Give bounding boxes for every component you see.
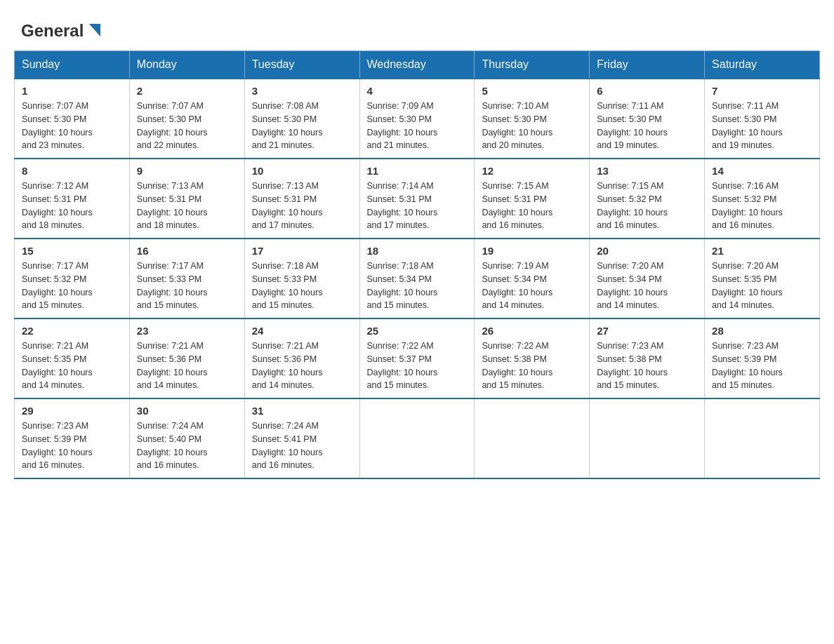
- day-info: Sunrise: 7:21 AM Sunset: 5:36 PM Dayligh…: [137, 340, 237, 392]
- day-info: Sunrise: 7:12 AM Sunset: 5:31 PM Dayligh…: [22, 180, 122, 232]
- calendar-cell: 29 Sunrise: 7:23 AM Sunset: 5:39 PM Dayl…: [15, 398, 130, 478]
- day-number: 23: [137, 325, 237, 337]
- calendar-cell: 11 Sunrise: 7:14 AM Sunset: 5:31 PM Dayl…: [359, 159, 475, 239]
- calendar-cell: 6 Sunrise: 7:11 AM Sunset: 5:30 PM Dayli…: [590, 79, 705, 159]
- day-number: 5: [482, 85, 582, 97]
- day-number: 22: [22, 325, 122, 337]
- day-info: Sunrise: 7:13 AM Sunset: 5:31 PM Dayligh…: [252, 180, 352, 232]
- calendar-week-5: 29 Sunrise: 7:23 AM Sunset: 5:39 PM Dayl…: [15, 398, 820, 478]
- calendar-week-2: 8 Sunrise: 7:12 AM Sunset: 5:31 PM Dayli…: [15, 159, 820, 239]
- calendar-cell: 1 Sunrise: 7:07 AM Sunset: 5:30 PM Dayli…: [15, 79, 130, 159]
- weekday-header-tuesday: Tuesday: [244, 51, 359, 79]
- day-number: 8: [22, 165, 122, 177]
- day-info: Sunrise: 7:23 AM Sunset: 5:38 PM Dayligh…: [597, 340, 697, 392]
- calendar-table: SundayMondayTuesdayWednesdayThursdayFrid…: [14, 51, 820, 479]
- calendar-cell: 5 Sunrise: 7:10 AM Sunset: 5:30 PM Dayli…: [475, 79, 590, 159]
- day-info: Sunrise: 7:23 AM Sunset: 5:39 PM Dayligh…: [22, 420, 122, 472]
- day-number: 12: [482, 165, 582, 177]
- day-info: Sunrise: 7:15 AM Sunset: 5:32 PM Dayligh…: [597, 180, 697, 232]
- svg-marker-0: [89, 24, 100, 36]
- day-info: Sunrise: 7:22 AM Sunset: 5:38 PM Dayligh…: [482, 340, 582, 392]
- day-info: Sunrise: 7:20 AM Sunset: 5:35 PM Dayligh…: [712, 260, 812, 312]
- day-number: 3: [252, 85, 352, 97]
- day-number: 25: [367, 325, 468, 337]
- calendar-cell: 30 Sunrise: 7:24 AM Sunset: 5:40 PM Dayl…: [129, 398, 244, 478]
- calendar-cell: 18 Sunrise: 7:18 AM Sunset: 5:34 PM Dayl…: [359, 239, 475, 318]
- calendar-cell: [475, 398, 590, 478]
- day-info: Sunrise: 7:13 AM Sunset: 5:31 PM Dayligh…: [137, 180, 237, 232]
- calendar-cell: 2 Sunrise: 7:07 AM Sunset: 5:30 PM Dayli…: [129, 79, 244, 159]
- calendar-cell: 4 Sunrise: 7:09 AM Sunset: 5:30 PM Dayli…: [359, 79, 475, 159]
- calendar-cell: 14 Sunrise: 7:16 AM Sunset: 5:32 PM Dayl…: [705, 159, 820, 239]
- day-info: Sunrise: 7:14 AM Sunset: 5:31 PM Dayligh…: [367, 180, 468, 232]
- calendar-cell: [705, 398, 820, 478]
- weekday-header-saturday: Saturday: [705, 51, 820, 79]
- weekday-header-sunday: Sunday: [15, 51, 130, 79]
- calendar-cell: 10 Sunrise: 7:13 AM Sunset: 5:31 PM Dayl…: [244, 159, 359, 239]
- calendar-cell: 20 Sunrise: 7:20 AM Sunset: 5:34 PM Dayl…: [590, 239, 705, 318]
- day-info: Sunrise: 7:07 AM Sunset: 5:30 PM Dayligh…: [137, 100, 237, 152]
- day-info: Sunrise: 7:21 AM Sunset: 5:36 PM Dayligh…: [252, 340, 352, 392]
- weekday-header-monday: Monday: [129, 51, 244, 79]
- day-info: Sunrise: 7:17 AM Sunset: 5:33 PM Dayligh…: [137, 260, 237, 312]
- weekday-header-friday: Friday: [590, 51, 705, 79]
- day-info: Sunrise: 7:17 AM Sunset: 5:32 PM Dayligh…: [22, 260, 122, 312]
- calendar-header-row: SundayMondayTuesdayWednesdayThursdayFrid…: [15, 51, 820, 79]
- day-number: 9: [137, 165, 237, 177]
- day-info: Sunrise: 7:08 AM Sunset: 5:30 PM Dayligh…: [252, 100, 352, 152]
- logo-general-text: General: [21, 21, 84, 41]
- day-number: 13: [597, 165, 697, 177]
- day-info: Sunrise: 7:10 AM Sunset: 5:30 PM Dayligh…: [482, 100, 582, 152]
- day-number: 10: [252, 165, 352, 177]
- calendar-cell: 23 Sunrise: 7:21 AM Sunset: 5:36 PM Dayl…: [129, 318, 244, 398]
- calendar-cell: 25 Sunrise: 7:22 AM Sunset: 5:37 PM Dayl…: [359, 318, 475, 398]
- calendar-cell: 19 Sunrise: 7:19 AM Sunset: 5:34 PM Dayl…: [475, 239, 590, 318]
- calendar-week-3: 15 Sunrise: 7:17 AM Sunset: 5:32 PM Dayl…: [15, 239, 820, 318]
- day-number: 19: [482, 245, 582, 257]
- calendar-cell: 12 Sunrise: 7:15 AM Sunset: 5:31 PM Dayl…: [475, 159, 590, 239]
- day-info: Sunrise: 7:21 AM Sunset: 5:35 PM Dayligh…: [22, 340, 122, 392]
- day-number: 17: [252, 245, 352, 257]
- calendar-cell: 13 Sunrise: 7:15 AM Sunset: 5:32 PM Dayl…: [590, 159, 705, 239]
- day-number: 4: [367, 85, 468, 97]
- day-info: Sunrise: 7:11 AM Sunset: 5:30 PM Dayligh…: [597, 100, 697, 152]
- day-number: 28: [712, 325, 812, 337]
- day-number: 26: [482, 325, 582, 337]
- calendar-cell: [590, 398, 705, 478]
- day-number: 30: [137, 405, 237, 417]
- weekday-header-wednesday: Wednesday: [359, 51, 475, 79]
- calendar-cell: 22 Sunrise: 7:21 AM Sunset: 5:35 PM Dayl…: [15, 318, 130, 398]
- calendar-week-4: 22 Sunrise: 7:21 AM Sunset: 5:35 PM Dayl…: [15, 318, 820, 398]
- calendar-cell: 21 Sunrise: 7:20 AM Sunset: 5:35 PM Dayl…: [705, 239, 820, 318]
- calendar-cell: 15 Sunrise: 7:17 AM Sunset: 5:32 PM Dayl…: [15, 239, 130, 318]
- calendar-cell: 27 Sunrise: 7:23 AM Sunset: 5:38 PM Dayl…: [590, 318, 705, 398]
- calendar-cell: 8 Sunrise: 7:12 AM Sunset: 5:31 PM Dayli…: [15, 159, 130, 239]
- calendar-cell: 7 Sunrise: 7:11 AM Sunset: 5:30 PM Dayli…: [705, 79, 820, 159]
- calendar-cell: 31 Sunrise: 7:24 AM Sunset: 5:41 PM Dayl…: [244, 398, 359, 478]
- weekday-header-thursday: Thursday: [475, 51, 590, 79]
- calendar-cell: [359, 398, 475, 478]
- day-number: 29: [22, 405, 122, 417]
- logo: General: [21, 21, 105, 36]
- calendar-week-1: 1 Sunrise: 7:07 AM Sunset: 5:30 PM Dayli…: [15, 79, 820, 159]
- calendar-cell: 16 Sunrise: 7:17 AM Sunset: 5:33 PM Dayl…: [129, 239, 244, 318]
- day-info: Sunrise: 7:18 AM Sunset: 5:33 PM Dayligh…: [252, 260, 352, 312]
- day-number: 11: [367, 165, 468, 177]
- day-info: Sunrise: 7:23 AM Sunset: 5:39 PM Dayligh…: [712, 340, 812, 392]
- day-info: Sunrise: 7:16 AM Sunset: 5:32 PM Dayligh…: [712, 180, 812, 232]
- day-number: 1: [22, 85, 122, 97]
- day-info: Sunrise: 7:19 AM Sunset: 5:34 PM Dayligh…: [482, 260, 582, 312]
- calendar-cell: 3 Sunrise: 7:08 AM Sunset: 5:30 PM Dayli…: [244, 79, 359, 159]
- day-info: Sunrise: 7:22 AM Sunset: 5:37 PM Dayligh…: [367, 340, 468, 392]
- day-info: Sunrise: 7:20 AM Sunset: 5:34 PM Dayligh…: [597, 260, 697, 312]
- day-number: 2: [137, 85, 237, 97]
- day-info: Sunrise: 7:09 AM Sunset: 5:30 PM Dayligh…: [367, 100, 468, 152]
- logo-triangle-icon: [85, 21, 105, 41]
- calendar-cell: 17 Sunrise: 7:18 AM Sunset: 5:33 PM Dayl…: [244, 239, 359, 318]
- day-number: 16: [137, 245, 237, 257]
- day-number: 14: [712, 165, 812, 177]
- day-number: 20: [597, 245, 697, 257]
- day-info: Sunrise: 7:24 AM Sunset: 5:41 PM Dayligh…: [252, 420, 352, 472]
- day-number: 21: [712, 245, 812, 257]
- day-info: Sunrise: 7:11 AM Sunset: 5:30 PM Dayligh…: [712, 100, 812, 152]
